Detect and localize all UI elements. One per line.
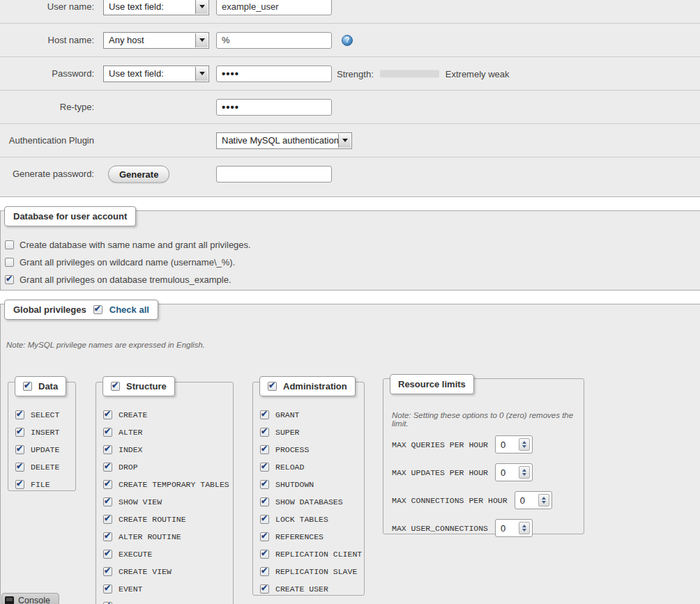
spinner-arrows[interactable] [519, 466, 530, 479]
checkbox[interactable] [103, 497, 112, 506]
username-input[interactable] [216, 0, 332, 15]
database-fieldset-legend-text: Database for user account [13, 211, 127, 222]
database-option-label: Grant all privileges on wildcard name (u… [20, 257, 235, 268]
generate-button[interactable]: Generate [108, 165, 169, 183]
group-checkbox[interactable] [23, 382, 32, 391]
username-type-select[interactable]: Use text field: [103, 0, 209, 15]
number-spinner[interactable]: 0 [495, 519, 533, 537]
password-input[interactable] [216, 65, 332, 82]
auth-plugin-select[interactable]: Native MySQL authentication [216, 132, 352, 149]
spin-up-icon[interactable] [542, 497, 546, 500]
privilege-label: CREATE ROUTINE [119, 515, 186, 524]
number-spinner[interactable]: 0 [515, 491, 552, 509]
chevron-down-icon[interactable] [195, 33, 208, 47]
checkbox[interactable] [260, 480, 269, 489]
password-type-select[interactable]: Use text field: [103, 65, 209, 82]
username-type-select-value: Use text field: [109, 1, 164, 12]
chevron-down-icon[interactable] [195, 0, 208, 14]
resource-limit-rows: MAX QUERIES PER HOUR0MAX UPDATES PER HOU… [392, 431, 584, 542]
add-user-page: User name: Use text field: Host name: An… [0, 0, 700, 604]
checkbox[interactable] [260, 445, 269, 454]
group-legend-text: Data [38, 381, 58, 392]
spinner-arrows[interactable] [519, 522, 530, 534]
database-for-user-fieldset: Database for user account Create databas… [0, 210, 700, 291]
privilege-item: INDEX [103, 441, 233, 458]
administration-privileges-fieldset: Administration GRANTSUPERPROCESSRELOADSH… [252, 382, 365, 596]
checkbox[interactable] [260, 532, 269, 541]
number-spinner[interactable]: 0 [495, 463, 533, 481]
privilege-item: SUPER [260, 424, 364, 441]
checkbox[interactable] [260, 497, 269, 506]
checkbox[interactable] [5, 258, 14, 267]
resource-limit-label: MAX CONNECTIONS PER HOUR [392, 496, 508, 505]
spin-up-icon[interactable] [522, 441, 526, 444]
chevron-down-icon[interactable] [338, 134, 351, 148]
strength-label: Strength: [337, 68, 374, 79]
checkbox[interactable] [15, 480, 24, 489]
privilege-item: SHOW DATABASES [260, 493, 364, 511]
checkbox[interactable] [260, 567, 269, 576]
checkbox[interactable] [103, 480, 112, 489]
privilege-item: CREATE VIEW [103, 563, 233, 580]
resource-limits-fieldset: Resource limits Note: Setting these opti… [383, 378, 584, 534]
chevron-down-icon[interactable] [195, 67, 208, 81]
checkbox[interactable] [103, 584, 112, 594]
database-options: Create database with same name and grant… [5, 236, 700, 288]
privilege-label: DROP [119, 463, 138, 472]
checkbox[interactable] [260, 584, 269, 594]
global-privileges-legend: Global privileges Check all [4, 300, 158, 320]
checkbox[interactable] [103, 445, 112, 454]
retype-row: Re-type: [0, 91, 700, 124]
console-tab[interactable]: Console [1, 593, 59, 604]
checkbox[interactable] [103, 463, 112, 472]
checkbox[interactable] [5, 240, 14, 249]
checkbox[interactable] [260, 550, 269, 559]
auth-plugin-row: Authentication Plugin Native MySQL authe… [0, 124, 700, 157]
privilege-item: PROCESS [260, 441, 364, 458]
spin-up-icon[interactable] [522, 469, 526, 472]
spinner-arrows[interactable] [538, 494, 549, 506]
retype-password-input[interactable] [216, 99, 332, 116]
spin-down-icon[interactable] [522, 529, 526, 532]
hostname-type-select[interactable]: Any host [103, 32, 209, 49]
checkbox[interactable] [103, 428, 112, 437]
group-checkbox[interactable] [111, 382, 120, 391]
spin-down-icon[interactable] [522, 473, 526, 476]
resource-limits-note: Note: Setting these options to 0 (zero) … [392, 411, 577, 428]
hostname-input[interactable] [216, 32, 332, 49]
privilege-item: GRANT [260, 406, 364, 424]
checkbox[interactable] [15, 410, 24, 419]
privilege-item: INSERT [15, 424, 75, 441]
number-spinner[interactable]: 0 [495, 435, 533, 454]
checkbox[interactable] [103, 410, 112, 419]
checkbox[interactable] [15, 445, 24, 454]
check-all-checkbox[interactable] [93, 305, 102, 314]
password-label: Password: [0, 57, 94, 90]
checkbox[interactable] [15, 428, 24, 437]
password-row: Password: Use text field: Strength: Extr… [0, 57, 700, 91]
checkbox[interactable] [103, 550, 112, 559]
spin-up-icon[interactable] [522, 525, 526, 527]
spinner-value: 0 [520, 495, 525, 506]
group-checkbox[interactable] [268, 382, 277, 391]
spin-down-icon[interactable] [542, 501, 546, 504]
privilege-item: SELECT [15, 406, 75, 424]
checkbox[interactable] [103, 532, 112, 541]
checkbox[interactable] [5, 275, 14, 284]
checkbox[interactable] [103, 567, 112, 576]
checkbox[interactable] [15, 463, 24, 472]
checkbox[interactable] [260, 428, 269, 437]
hostname-label: Host name: [0, 24, 94, 56]
checkbox[interactable] [260, 463, 269, 472]
privilege-item: EXECUTE [103, 545, 233, 563]
spinner-arrows[interactable] [519, 438, 530, 451]
spin-down-icon[interactable] [522, 445, 526, 448]
generated-password-input[interactable] [216, 166, 332, 183]
check-all-label[interactable]: Check all [109, 304, 149, 315]
privilege-list: CREATEALTERINDEXDROPCREATE TEMPORARY TAB… [103, 406, 233, 604]
checkbox[interactable] [260, 410, 269, 419]
checkbox[interactable] [103, 515, 112, 524]
help-icon[interactable]: ? [342, 35, 353, 46]
database-option-label: Create database with same name and grant… [20, 240, 251, 250]
checkbox[interactable] [260, 515, 269, 524]
